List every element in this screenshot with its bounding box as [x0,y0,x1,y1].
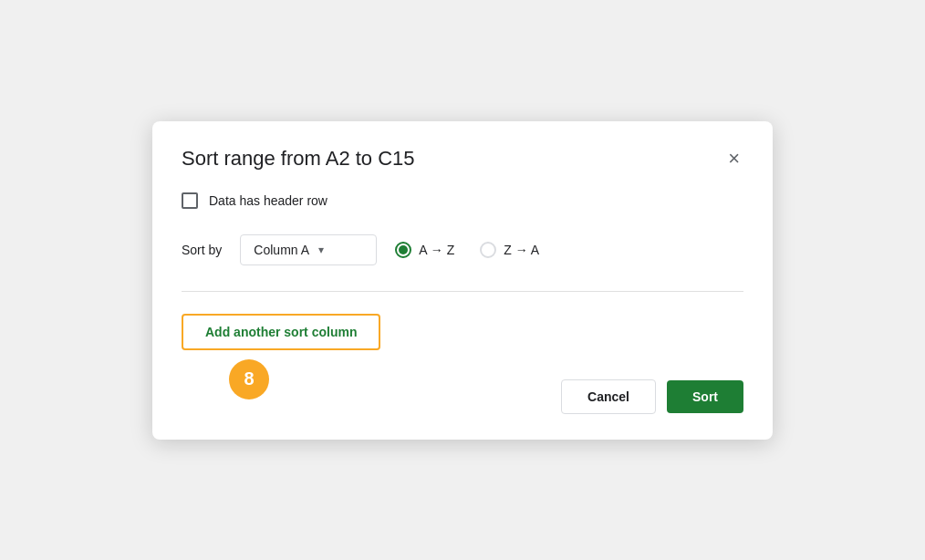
column-select-dropdown[interactable]: Column A ▾ [240,234,377,265]
close-button[interactable]: × [724,147,743,171]
radio-az[interactable]: A → Z [395,242,454,258]
header-row-checkbox[interactable] [182,192,198,209]
cancel-button[interactable]: Cancel [561,379,656,414]
radio-za[interactable]: Z → A [480,242,539,258]
sort-by-row: Sort by Column A ▾ A → Z Z → A [182,234,743,265]
sort-order-radio-group: A → Z Z → A [395,242,539,258]
add-sort-column-button[interactable]: Add another sort column [182,314,380,350]
dropdown-arrow-icon: ▾ [318,244,324,256]
badge: 8 [229,359,269,399]
column-select-value: Column A [254,243,309,257]
dialog-title: Sort range from A2 to C15 [182,147,415,171]
header-row-label: Data has header row [209,193,327,208]
radio-circle-az [395,242,411,258]
sort-by-label: Sort by [182,243,222,257]
header-row-option: Data has header row [182,192,743,209]
dialog-header: Sort range from A2 to C15 × [182,147,743,171]
radio-az-label: A → Z [419,243,454,257]
radio-circle-za [480,242,496,258]
section-divider [182,291,743,292]
sort-button[interactable]: Sort [667,380,743,413]
radio-za-label: Z → A [504,243,539,257]
sort-dialog: Sort range from A2 to C15 × Data has hea… [152,121,773,440]
footer-row: 8 Cancel Sort [182,379,743,414]
